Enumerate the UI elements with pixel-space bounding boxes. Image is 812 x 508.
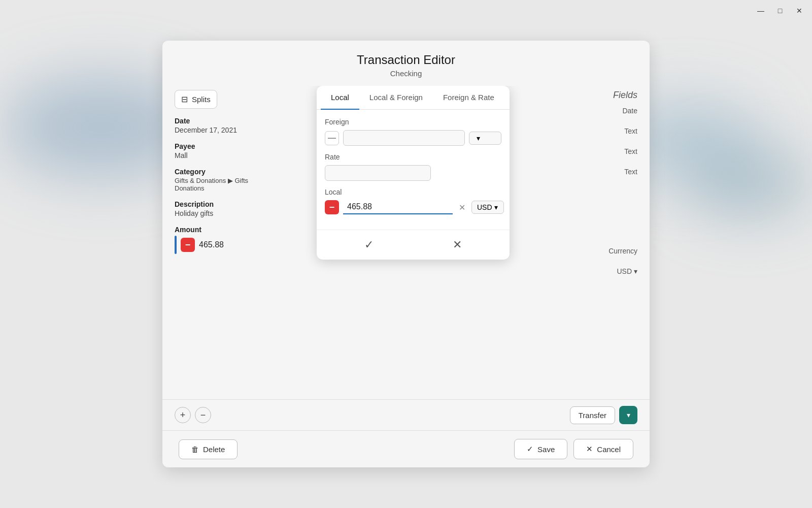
popup-confirm-button[interactable]: ✓ — [356, 236, 382, 253]
popup-actions: ✓ ✕ — [317, 230, 510, 260]
local-input-row: − ✕ USD ▾ — [325, 200, 501, 214]
local-currency-chevron: ▾ — [494, 203, 498, 211]
minimize-button[interactable]: — — [756, 6, 765, 15]
currency-type-label: Currency — [580, 247, 637, 255]
local-minus-badge[interactable]: − — [325, 200, 339, 214]
popup-body: Foreign — ▾ Rate — [317, 110, 510, 230]
field-type-description: Text — [580, 168, 637, 176]
category-section: Category Gifts & Donations ▶ Gifts Donat… — [175, 168, 266, 192]
foreign-label: Foreign — [325, 118, 501, 126]
currency-row: USD ▾ — [580, 267, 637, 275]
window-chrome: — □ ✕ — [748, 0, 812, 21]
footer-right: ✓ Save ✕ Cancel — [514, 439, 633, 459]
dialog-footer: 🗑 Delete ✓ Save ✕ Cancel — [162, 430, 650, 467]
description-label: Description — [175, 200, 266, 208]
local-label: Local — [325, 188, 501, 196]
rate-label: Rate — [325, 153, 501, 161]
amount-value: 465.88 — [199, 240, 224, 249]
field-type-date: Date — [580, 107, 637, 115]
tab-foreign-rate[interactable]: Foreign & Rate — [433, 86, 504, 110]
tab-local-foreign[interactable]: Local & Foreign — [359, 86, 433, 110]
category-value: Gifts & Donations ▶ Gifts Donations — [175, 177, 266, 192]
trash-icon: 🗑 — [191, 445, 199, 454]
local-currency-select[interactable]: USD ▾ — [471, 201, 504, 214]
description-value: Holiday gifts — [175, 209, 266, 217]
save-label: Save — [537, 445, 555, 454]
local-amount-input[interactable] — [343, 200, 453, 214]
rate-row — [325, 165, 501, 181]
remove-split-button[interactable]: − — [195, 407, 211, 423]
foreign-currency-select[interactable]: ▾ — [469, 132, 501, 145]
splits-button[interactable]: ⊟ Splits — [175, 90, 217, 109]
dropdown-icon: ▾ — [627, 411, 630, 419]
foreign-currency-chevron: ▾ — [477, 134, 480, 142]
delete-label: Delete — [203, 445, 225, 454]
payee-label: Payee — [175, 142, 266, 150]
cancel-label: Cancel — [597, 445, 621, 454]
right-panel: Fields Date Text Text Text Currency USD … — [571, 86, 637, 399]
popup-cancel-button[interactable]: ✕ — [445, 236, 470, 253]
delete-button[interactable]: 🗑 Delete — [179, 439, 238, 459]
description-section: Description Holiday gifts — [175, 200, 266, 217]
payee-value: Mall — [175, 151, 266, 160]
save-button[interactable]: ✓ Save — [514, 439, 567, 459]
left-panel: ⊟ Splits Date December 17, 2021 Payee Ma… — [175, 86, 266, 399]
date-label: Date — [175, 117, 266, 125]
center-area: Local Local & Foreign Foreign & Rate For… — [266, 86, 571, 399]
transfer-dropdown-button[interactable]: ▾ — [619, 406, 637, 424]
dialog-toolbar: + − Transfer ▾ — [162, 399, 650, 430]
foreign-input-row: — ▾ — [325, 130, 501, 146]
foreign-input[interactable] — [343, 130, 465, 146]
category-label: Category — [175, 168, 266, 176]
maximize-button[interactable]: □ — [775, 6, 785, 15]
splits-label: Splits — [192, 95, 211, 104]
close-button[interactable]: ✕ — [795, 6, 804, 15]
currency-section: Currency USD ▾ — [580, 247, 637, 275]
rate-input[interactable] — [325, 165, 431, 181]
dialog-subtitle: Checking — [179, 69, 633, 78]
popup-tabs: Local Local & Foreign Foreign & Rate — [317, 86, 510, 110]
add-split-button[interactable]: + — [175, 407, 191, 423]
currency-chevron: ▾ — [634, 267, 637, 275]
amount-section: Amount − 465.88 — [175, 226, 266, 254]
splits-icon: ⊟ — [181, 94, 188, 104]
payee-section: Payee Mall — [175, 142, 266, 160]
local-clear-button[interactable]: ✕ — [457, 201, 467, 214]
date-section: Date December 17, 2021 — [175, 117, 266, 134]
field-type-payee: Text — [580, 127, 637, 135]
dialog-content: ⊟ Splits Date December 17, 2021 Payee Ma… — [162, 86, 650, 399]
amount-label: Amount — [175, 226, 266, 234]
amount-popup: Local Local & Foreign Foreign & Rate For… — [317, 86, 510, 260]
amount-row: − 465.88 — [175, 236, 266, 254]
x-icon: ✕ — [586, 444, 593, 454]
transfer-button[interactable]: Transfer — [570, 406, 615, 424]
amount-indicator — [175, 236, 177, 254]
date-value: December 17, 2021 — [175, 126, 266, 134]
local-currency-label: USD — [477, 203, 492, 211]
dialog-title: Transaction Editor — [179, 53, 633, 67]
checkmark-icon: ✓ — [527, 444, 533, 454]
tab-local[interactable]: Local — [321, 86, 359, 110]
fields-title: Fields — [580, 90, 637, 101]
dash-indicator: — — [325, 131, 339, 145]
field-type-category: Text — [580, 147, 637, 155]
cancel-button[interactable]: ✕ Cancel — [573, 439, 633, 459]
transaction-editor-dialog: Transaction Editor Checking ⊟ Splits Dat… — [162, 41, 650, 467]
dialog-header: Transaction Editor Checking — [162, 41, 650, 86]
currency-value: USD — [617, 267, 632, 275]
minus-icon: − — [181, 238, 195, 252]
